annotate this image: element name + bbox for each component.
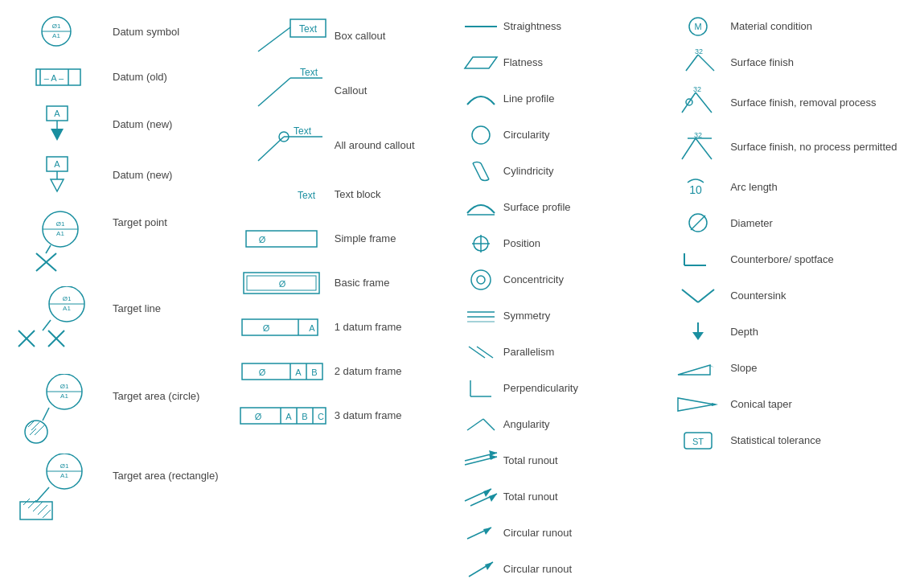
total-runout-2-icon xyxy=(459,485,503,509)
circular-runout-2-label: Circular runout xyxy=(503,563,666,575)
row-simple-frame: Ø Simple frame xyxy=(230,216,459,261)
svg-text:A1: A1 xyxy=(63,305,71,312)
svg-line-105 xyxy=(467,419,483,430)
svg-line-53 xyxy=(258,27,290,51)
datum-old-icon: – A – xyxy=(8,61,113,93)
svg-line-134 xyxy=(691,216,705,230)
row-perpendicularity: Perpendicularity xyxy=(459,370,666,406)
svg-text:– A –: – A – xyxy=(44,73,64,83)
svg-line-51 xyxy=(43,510,51,518)
arc-length-icon: 10 xyxy=(666,173,730,201)
svg-line-50 xyxy=(38,505,47,515)
callouts-column: Text Box callout Text Callout xyxy=(230,8,459,583)
row-basic-frame: Ø Basic frame xyxy=(230,261,459,305)
target-area-rect-label: Target area (rectangle) xyxy=(113,470,219,482)
row-total-runout-2: Total runout xyxy=(459,478,666,515)
circularity-label: Circularity xyxy=(503,129,666,141)
flatness-icon xyxy=(459,51,503,75)
angularity-icon xyxy=(459,413,503,437)
row-countersink: Countersink xyxy=(666,277,924,314)
symmetry-label: Symmetry xyxy=(503,310,666,322)
all-around-callout-icon: Text xyxy=(230,121,335,169)
row-circular-runout-2: Circular runout xyxy=(459,551,666,583)
1-datum-frame-label: 1 datum frame xyxy=(335,321,402,333)
svg-line-91 xyxy=(481,163,489,179)
surface-finish-2-icon: 32 xyxy=(666,84,730,121)
parallelism-label: Parallelism xyxy=(503,346,666,358)
svg-rect-69 xyxy=(242,319,318,335)
svg-line-125 xyxy=(696,92,712,113)
svg-text:32: 32 xyxy=(694,131,702,139)
perpendicularity-label: Perpendicularity xyxy=(503,382,666,394)
svg-text:Ø: Ø xyxy=(279,279,286,289)
datum-new-1-label: Datum (new) xyxy=(113,118,172,130)
row-line-profile: Line profile xyxy=(459,80,666,117)
svg-text:A1: A1 xyxy=(60,472,68,479)
row-target-area-rect: Ø1 A1 Target area (rectangle) xyxy=(8,450,230,529)
svg-line-101 xyxy=(469,347,485,358)
svg-rect-73 xyxy=(242,363,322,380)
svg-marker-116 xyxy=(483,528,491,535)
svg-marker-144 xyxy=(712,403,718,406)
row-depth: Depth xyxy=(666,314,924,350)
svg-text:32: 32 xyxy=(695,48,703,55)
perpendicularity-icon xyxy=(459,376,503,400)
straightness-label: Straightness xyxy=(503,20,666,32)
circular-runout-2-icon xyxy=(459,557,503,581)
row-datum-new-2: A Datum (new) xyxy=(8,150,230,200)
svg-text:M: M xyxy=(695,22,702,31)
datum-symbol-label: Datum symbol xyxy=(113,26,179,38)
total-runout-1-label: Total runout xyxy=(503,454,666,466)
material-condition-label: Material condition xyxy=(730,20,812,32)
svg-line-138 xyxy=(698,289,714,302)
row-2-datum-frame: Ø A B 2 datum frame xyxy=(230,349,459,393)
svg-text:Text: Text xyxy=(294,125,312,137)
target-area-circle-icon: Ø1 A1 xyxy=(8,374,113,446)
1-datum-frame-icon: Ø A xyxy=(230,311,335,343)
svg-point-97 xyxy=(477,276,485,284)
2-datum-frame-icon: Ø A B xyxy=(230,355,335,388)
svg-marker-112 xyxy=(483,489,491,497)
row-concentricity: Concentricity xyxy=(459,261,666,298)
row-position: Position xyxy=(459,225,666,261)
svg-marker-141 xyxy=(678,365,710,375)
svg-point-89 xyxy=(472,126,490,144)
datum-old-label: Datum (old) xyxy=(113,71,167,83)
svg-text:B: B xyxy=(311,367,317,377)
svg-text:A: A xyxy=(309,323,315,333)
circularity-icon xyxy=(459,123,503,147)
svg-text:A: A xyxy=(54,159,60,169)
svg-marker-11 xyxy=(51,129,64,141)
svg-text:Ø: Ø xyxy=(259,367,266,377)
simple-frame-label: Simple frame xyxy=(335,232,396,244)
svg-text:Ø1: Ø1 xyxy=(60,383,69,390)
circular-runout-1-icon xyxy=(459,521,503,545)
flatness-label: Flatness xyxy=(503,56,666,68)
row-target-line: Ø1 A1 Target line xyxy=(8,282,230,370)
row-all-around-callout: Text All around callout xyxy=(230,117,459,172)
svg-text:C: C xyxy=(318,412,324,421)
svg-line-106 xyxy=(483,419,495,430)
counterbore-icon xyxy=(666,245,730,273)
svg-text:A1: A1 xyxy=(52,32,60,39)
svg-text:10: 10 xyxy=(689,183,702,196)
slope-icon xyxy=(666,354,730,382)
svg-marker-140 xyxy=(692,332,704,340)
conical-taper-label: Conical taper xyxy=(730,398,792,410)
countersink-icon xyxy=(666,281,730,310)
row-diameter: Diameter xyxy=(666,205,924,241)
svg-marker-15 xyxy=(51,179,64,191)
counterbore-label: Counterbore/ spotface xyxy=(730,253,834,265)
datum-new-1-icon: A xyxy=(8,102,113,146)
gdt-symbols-column: Straightness Flatness Line profile xyxy=(459,8,666,583)
datum-symbol-icon: Ø1 A1 xyxy=(8,11,113,51)
svg-line-49 xyxy=(33,502,43,511)
row-symmetry: Symmetry xyxy=(459,298,666,334)
depth-icon xyxy=(666,318,730,346)
box-callout-label: Box callout xyxy=(335,30,386,42)
surface-profile-icon xyxy=(459,195,503,220)
row-arc-length: 10 Arc length xyxy=(666,169,924,205)
2-datum-frame-label: 2 datum frame xyxy=(335,365,402,377)
svg-line-129 xyxy=(696,138,712,159)
surface-finish-3-label: Surface finish, no process permitted xyxy=(730,141,897,153)
